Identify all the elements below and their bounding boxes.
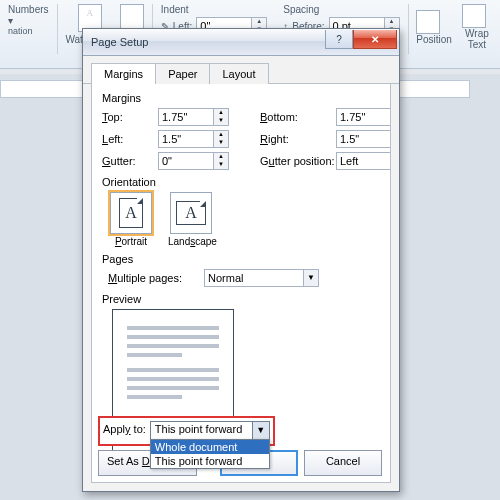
input-right[interactable]: ▲▼ [336, 130, 391, 148]
apply-to-list: Whole document This point forward [150, 439, 270, 469]
input-bottom[interactable]: ▲▼ [336, 108, 391, 126]
ribbon-position[interactable]: Position [416, 34, 452, 45]
apply-option-forward[interactable]: This point forward [151, 454, 269, 468]
label-left: Left: [102, 133, 152, 145]
label-bottom: Bottom: [260, 111, 330, 123]
orientation-landscape[interactable]: Landscape [168, 192, 214, 247]
apply-to-selected: This point forward [151, 422, 252, 440]
ribbon-wrap[interactable]: Wrap Text [462, 28, 492, 50]
orientation-group-label: Orientation [102, 176, 380, 188]
margins-group-label: Margins [102, 92, 380, 104]
input-left[interactable]: ▲▼ [158, 130, 230, 148]
preview-group-label: Preview [102, 293, 380, 305]
label-gutter-pos: Gutter position: [260, 155, 330, 167]
apply-to-row: Apply to: This point forward ▼ Whole doc… [98, 416, 275, 446]
label-right: Right: [260, 133, 330, 145]
ribbon-spacing-label: Spacing [283, 4, 319, 15]
label-gutter: Gutter: [102, 155, 152, 167]
apply-option-whole[interactable]: Whole document [151, 440, 269, 454]
label-apply-to: Apply to: [103, 421, 146, 435]
pages-group-label: Pages [102, 253, 380, 265]
apply-to-dropdown[interactable]: This point forward ▼ Whole document This… [150, 421, 270, 441]
help-button[interactable]: ? [325, 30, 353, 49]
tabstrip: Margins Paper Layout [83, 56, 399, 84]
landscape-icon [176, 201, 206, 225]
chevron-down-icon[interactable]: ▼ [252, 422, 269, 440]
input-multiple-pages[interactable]: ▼ [204, 269, 319, 287]
ribbon-indent-label: Indent [161, 4, 189, 15]
portrait-icon [119, 198, 143, 228]
close-button[interactable]: ✕ [353, 30, 397, 49]
tab-layout[interactable]: Layout [209, 63, 268, 84]
cancel-button[interactable]: Cancel [304, 450, 382, 476]
orientation-portrait[interactable]: Portrait [108, 192, 154, 247]
titlebar[interactable]: Page Setup ? ✕ [83, 29, 399, 56]
label-multiple-pages: Multiple pages: [108, 272, 182, 284]
tab-margins[interactable]: Margins [91, 63, 156, 84]
page-setup-dialog: Page Setup ? ✕ Margins Paper Layout Marg… [82, 28, 400, 492]
tab-paper[interactable]: Paper [155, 63, 210, 84]
ribbon-nation: nation [8, 26, 49, 36]
input-gutter[interactable]: ▲▼ [158, 152, 230, 170]
chevron-down-icon[interactable]: ▼ [304, 269, 319, 287]
label-top: Top: [102, 111, 152, 123]
input-gutter-pos[interactable]: ▼ [336, 152, 391, 170]
ribbon-numbers[interactable]: Numbers ▾ [8, 4, 49, 26]
dialog-title: Page Setup [91, 36, 149, 48]
input-top[interactable]: ▲▼ [158, 108, 230, 126]
